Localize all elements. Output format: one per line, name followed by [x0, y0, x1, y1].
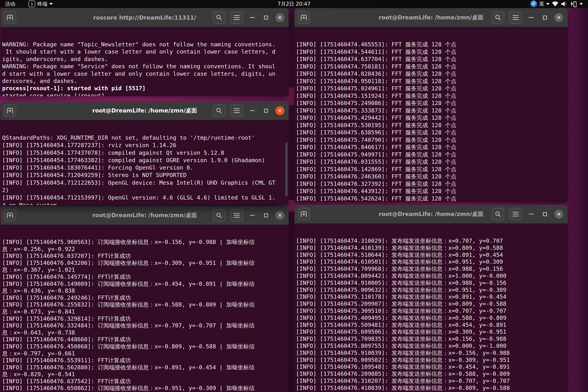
log-line: [INFO] [1751460476.149089]: 订阅端接收坐标信息：x=…	[2, 280, 288, 288]
app-menu-label: 终端	[37, 0, 47, 8]
search-button[interactable]	[492, 11, 504, 24]
battery-charging-icon[interactable]	[570, 0, 578, 7]
volume-icon[interactable]	[560, 1, 568, 7]
window-subscriber: + root@DreamLife: /home/zmn/桌面 ✕ [INFO] …	[0, 206, 289, 392]
close-button[interactable]: ✕	[276, 211, 284, 220]
terminal-output[interactable]: QStandardPaths: XDG_RUNTIME_DIR not set,…	[0, 120, 289, 205]
minimize-button[interactable]	[527, 210, 536, 218]
close-button[interactable]: ✕	[276, 106, 284, 115]
log-line: [INFO] [1751460476.443912]: FFT 服务完成 128…	[296, 188, 566, 195]
log-line: [INFO] [1751460474.610501]: 发布端发送坐标信息：x=…	[296, 258, 566, 266]
log-line: [INFO] [1751460474.950118]: FFT 服务完成 128…	[296, 78, 566, 85]
maximize-icon	[543, 16, 547, 20]
log-line: [INFO] [1751460475.151924]: FFT 服务完成 128…	[296, 92, 566, 100]
menu-button[interactable]	[509, 11, 522, 24]
close-button[interactable]: ✕	[276, 13, 284, 22]
log-line: started core service [/rosout]	[2, 92, 288, 96]
search-button[interactable]	[213, 104, 225, 117]
minimize-button[interactable]	[248, 106, 257, 115]
new-tab-button[interactable]: +	[298, 208, 310, 220]
log-line: [INFO] [1751460474.637704]: FFT 服务完成 128…	[296, 56, 566, 63]
log-line: [INFO] [1751460476.043206]: 订阅端接收坐标信息：x=…	[2, 260, 288, 266]
search-icon	[495, 14, 501, 21]
input-method-indicator[interactable]: 英	[539, 0, 550, 8]
maximize-button[interactable]	[262, 13, 270, 22]
search-icon	[216, 14, 222, 21]
menu-button[interactable]	[230, 104, 243, 117]
chevron-down-icon[interactable]	[580, 3, 583, 5]
log-line: 息：x=-0.797, y=-0.661	[2, 350, 288, 357]
log-line: [INFO] [1751460475.609506]: 发布端发送坐标信息：x=…	[296, 328, 566, 336]
log-line: [INFO] [1751460475.249086]: FFT 服务完成 128…	[296, 100, 566, 107]
titlebar[interactable]: + root@DreamLife: /home/zmn/桌面 ✕	[294, 205, 568, 224]
search-button[interactable]	[492, 208, 504, 220]
close-button[interactable]: ✕	[554, 13, 563, 22]
window-title: roscore http://DreamLife:11311/	[93, 14, 196, 21]
log-line: [INFO] [1751460475.110178]: 发布端发送坐标信息：x=…	[296, 294, 566, 300]
maximize-icon	[264, 16, 268, 20]
log-line: [INFO] [1751460476.145774]: FFT计算成功	[2, 274, 288, 280]
wifi-icon[interactable]	[552, 1, 559, 7]
new-tab-button[interactable]: +	[298, 11, 310, 24]
terminal-output[interactable]: [INFO] [1751460475.960563]: 订阅端接收坐标信息：x=…	[0, 224, 289, 392]
clock[interactable]: 7月2日 20:47	[278, 0, 310, 8]
log-line: d start with a lower case letter and onl…	[2, 70, 288, 78]
app-menu[interactable]: ❯ 终端	[28, 0, 53, 8]
menu-button[interactable]	[230, 209, 243, 222]
titlebar[interactable]: + root@DreamLife: /home/zmn/桌面 ✕	[0, 101, 289, 120]
log-line: [INFO] [1751460475.209907]: 发布端发送坐标信息：x=…	[296, 300, 566, 308]
log-line: [INFO] [1751460474.310029]: 发布端发送坐标信息：x=…	[296, 238, 566, 244]
log-line: [INFO] [1751460476.410839]: 发布端发送坐标信息：x=…	[296, 384, 566, 392]
minimize-button[interactable]	[248, 211, 257, 220]
search-button[interactable]	[213, 209, 225, 222]
window-title: root@DreamLife: /home/zmn/桌面	[92, 212, 197, 219]
minimize-button[interactable]	[527, 13, 536, 22]
close-icon: ✕	[278, 15, 282, 20]
terminal-output[interactable]: [INFO] [1751460474.465553]: FFT 服务完成 128…	[294, 27, 568, 202]
log-line: [INFO] [1751460475.009632]: 发布端发送坐标信息：x=…	[296, 286, 566, 294]
terminal-output[interactable]: WARNING: Package name "Topic_Newsletter"…	[0, 27, 289, 96]
new-tab-button[interactable]: +	[4, 209, 16, 222]
titlebar[interactable]: + root@DreamLife: /home/zmn/桌面 ✕	[0, 206, 289, 225]
window-title: root@DreamLife: /home/zmn/桌面	[379, 14, 483, 22]
log-line: [INFO] [1751460476.009502]: 发布端发送坐标信息：x=…	[296, 356, 566, 364]
app-badge-icon[interactable]	[530, 0, 537, 7]
log-line: QStandardPaths: XDG_RUNTIME_DIR not set,…	[2, 134, 288, 142]
search-icon	[216, 212, 222, 218]
new-tab-icon: +	[301, 212, 307, 216]
log-line: [INFO] [1751460475.409495]: 发布端发送坐标信息：x=…	[296, 314, 566, 322]
new-tab-button[interactable]: +	[4, 104, 16, 117]
search-button[interactable]	[213, 11, 225, 24]
minimize-icon	[529, 214, 534, 214]
activities-button[interactable]: 活动	[5, 0, 15, 8]
terminal-output[interactable]: [INFO] [1751460474.310029]: 发布端发送坐标信息：x=…	[294, 224, 568, 392]
menu-button[interactable]	[230, 11, 243, 24]
close-icon: ✕	[278, 212, 282, 218]
hamburger-menu-icon	[513, 212, 518, 216]
maximize-button[interactable]	[541, 13, 549, 22]
system-tray[interactable]: 英	[530, 0, 583, 8]
titlebar[interactable]: + root@DreamLife: /home/zmn/桌面 ✕	[294, 8, 568, 27]
log-line: [INFO] [1751460476.542624]: FFT 服务完成 128…	[296, 195, 566, 202]
maximize-button[interactable]	[262, 211, 270, 220]
log-line: [INFO] [1751460475.809755]: 发布端发送坐标信息：x=…	[296, 342, 566, 350]
search-icon	[216, 108, 222, 114]
scrollbar[interactable]	[285, 142, 288, 196]
minimize-icon	[529, 17, 534, 18]
maximize-button[interactable]	[262, 106, 270, 115]
terminal-app-icon: ❯	[28, 0, 35, 7]
log-line: [INFO] [1751460476.037207]: FFT计算成功	[2, 252, 288, 260]
log-line: [INFO] [1751460475.846617]: FFT 服务完成 128…	[296, 144, 566, 151]
new-tab-icon: +	[7, 213, 13, 218]
log-line: 息：x=-0.643, y=-0.738	[2, 329, 288, 336]
titlebar[interactable]: + roscore http://DreamLife:11311/ ✕	[0, 8, 289, 27]
window-rviz: + root@DreamLife: /home/zmn/桌面 ✕ QStanda…	[0, 101, 289, 205]
menu-button[interactable]	[509, 208, 522, 220]
close-button[interactable]: ✕	[554, 210, 563, 219]
log-line: [INFO] [1751460476.255832]: 订阅端接收坐标信息：x=…	[2, 301, 288, 308]
minimize-button[interactable]	[248, 13, 257, 22]
log-line: 息：x=-0.367, y=-1.021	[2, 266, 288, 274]
log-line: [INFO] [1751460454.177463382]: compiled …	[2, 156, 288, 164]
maximize-button[interactable]	[541, 210, 549, 218]
new-tab-button[interactable]: +	[4, 11, 16, 24]
